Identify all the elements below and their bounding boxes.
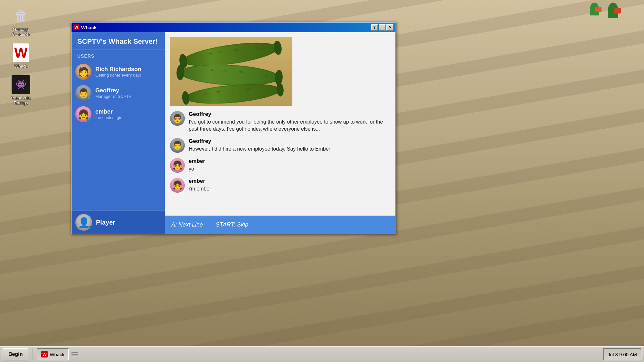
msg-author-4: ember bbox=[189, 178, 390, 184]
user-avatar-ember: 👧 bbox=[75, 106, 91, 122]
msg-avatar-ember-2: 👧 bbox=[170, 178, 185, 193]
msg-author-2: Geoffrey bbox=[189, 138, 390, 144]
ember-info: ember the coolest girl bbox=[95, 108, 161, 120]
trash-emoji: 🗑 bbox=[14, 8, 28, 24]
window-body: SCPTV's Whack Server! USERS 🧑 Rich Richa… bbox=[71, 32, 395, 234]
chat-message-4: 👧 ember i'm ember bbox=[170, 178, 390, 193]
rambicule-icon-desktop[interactable]: 👾 Rambicule Ratings bbox=[6, 75, 35, 105]
player-area: 👤 Player bbox=[71, 210, 165, 234]
taskbar-app-whack[interactable]: W Whack bbox=[37, 348, 69, 360]
chat-messages: 👨 Geoffrey I've got to commend you for b… bbox=[165, 32, 395, 216]
geoffrey-name: Geoffrey bbox=[95, 87, 161, 94]
geoffrey-status-dot bbox=[87, 97, 91, 101]
help-button[interactable]: ? bbox=[371, 24, 378, 31]
window-titlebar: W Whack ? _ ✕ bbox=[71, 23, 395, 32]
msg-avatar-geoffrey-emoji-2: 👨 bbox=[172, 140, 183, 150]
rambicule-icon-img: 👾 bbox=[11, 75, 31, 94]
msg-avatar-ember-1: 👧 bbox=[170, 158, 185, 173]
taskbar-time-text: Jul 3 9:00 AM bbox=[608, 352, 637, 357]
taskbar-whack-icon: W bbox=[41, 351, 48, 357]
msg-avatar-geoffrey-1: 👨 bbox=[170, 111, 185, 126]
user-avatar-rich: 🧑 bbox=[75, 64, 91, 80]
player-name: Player bbox=[96, 219, 115, 226]
whack-window: W Whack ? _ ✕ SCPTV's Whack Server! USER… bbox=[71, 22, 396, 234]
desktop-icons: 🗑 Garbage Container W Whack 👾 Rambicule … bbox=[6, 6, 35, 105]
msg-text-3: yo bbox=[189, 165, 390, 172]
rich-status: Getting richer every day! bbox=[95, 73, 161, 78]
action-bar: A: Next Line START: Skip bbox=[165, 216, 395, 234]
trash-icon-img: 🗑 bbox=[11, 6, 31, 26]
geoffrey-status: Manager of SCPTV bbox=[95, 94, 161, 99]
whack-label: Whack bbox=[14, 64, 27, 69]
plant-pot-2 bbox=[595, 7, 601, 12]
trash-label: Garbage Container bbox=[6, 27, 35, 37]
trash-icon-desktop[interactable]: 🗑 Garbage Container bbox=[6, 6, 35, 37]
user-list: 🧑 Rich Richardson Getting richer every d… bbox=[71, 61, 165, 210]
msg-content-1: Geoffrey I've got to commend you for bei… bbox=[189, 111, 390, 133]
ember-avatar-emoji: 👧 bbox=[78, 109, 89, 120]
chat-area: 👨 Geoffrey I've got to commend you for b… bbox=[165, 32, 395, 234]
user-item-geoffrey[interactable]: 👨 Geoffrey Manager of SCPTV bbox=[71, 82, 165, 104]
msg-content-2: Geoffrey However, I did hire a new emplo… bbox=[189, 138, 390, 153]
taskbar-lines bbox=[71, 352, 78, 356]
chat-message-3: 👧 ember yo bbox=[170, 158, 390, 173]
user-item-rich[interactable]: 🧑 Rich Richardson Getting richer every d… bbox=[71, 61, 165, 82]
window-title: Whack bbox=[81, 25, 369, 30]
action-next-line: A: Next Line bbox=[171, 221, 203, 228]
rambicule-label: Rambicule Ratings bbox=[6, 96, 35, 105]
plant-pot bbox=[614, 8, 621, 14]
users-label: USERS bbox=[71, 50, 165, 61]
msg-avatar-geoffrey-emoji-1: 👨 bbox=[172, 114, 183, 124]
rich-avatar-emoji: 🧑 bbox=[78, 67, 89, 77]
window-controls: ? _ ✕ bbox=[371, 24, 393, 31]
desktop: 🗑 Garbage Container W Whack 👾 Rambicule … bbox=[0, 0, 644, 362]
msg-author-1: Geoffrey bbox=[189, 111, 390, 117]
msg-avatar-geoffrey-2: 👨 bbox=[170, 138, 185, 153]
close-button[interactable]: ✕ bbox=[386, 24, 393, 31]
window-icon: W bbox=[73, 24, 79, 30]
sidebar: SCPTV's Whack Server! USERS 🧑 Rich Richa… bbox=[71, 32, 165, 234]
start-button[interactable]: Begin bbox=[3, 348, 28, 360]
msg-avatar-ember-emoji-1: 👧 bbox=[172, 160, 183, 170]
whack-icon-bg: W bbox=[13, 43, 29, 62]
pickle-image-area bbox=[170, 35, 390, 111]
rich-info: Rich Richardson Getting richer every day… bbox=[95, 66, 161, 78]
ember-name: ember bbox=[95, 108, 161, 115]
taskbar-app-label: Whack bbox=[50, 352, 64, 357]
server-name: SCPTV's Whack Server! bbox=[71, 32, 165, 50]
geoffrey-avatar-emoji: 👨 bbox=[78, 88, 89, 98]
msg-content-4: ember i'm ember bbox=[189, 178, 390, 192]
msg-text-1: I've got to commend you for being the on… bbox=[189, 118, 390, 133]
msg-text-4: i'm ember bbox=[189, 185, 390, 192]
whack-icon-img: W bbox=[11, 43, 31, 62]
rambicule-icon-bg: 👾 bbox=[12, 75, 30, 94]
pickle-image bbox=[170, 37, 292, 106]
minimize-button[interactable]: _ bbox=[379, 24, 386, 31]
msg-avatar-ember-emoji-2: 👧 bbox=[172, 180, 183, 190]
msg-author-3: ember bbox=[189, 158, 390, 164]
rich-name: Rich Richardson bbox=[95, 66, 161, 73]
rich-status-dot bbox=[87, 75, 91, 79]
msg-content-3: ember yo bbox=[189, 158, 390, 172]
player-emoji: 👤 bbox=[78, 217, 90, 228]
chat-message-2: 👨 Geoffrey However, I did hire a new emp… bbox=[170, 138, 390, 153]
geoffrey-info: Geoffrey Manager of SCPTV bbox=[95, 87, 161, 99]
user-avatar-geoffrey: 👨 bbox=[75, 85, 91, 101]
user-item-ember[interactable]: 👧 ember the coolest girl bbox=[71, 104, 165, 125]
player-avatar: 👤 bbox=[75, 214, 92, 231]
rambicule-emoji: 👾 bbox=[15, 79, 27, 90]
taskbar-clock: Jul 3 9:00 AM bbox=[603, 348, 641, 360]
player-status-dot bbox=[88, 226, 92, 230]
taskbar-divider bbox=[32, 348, 33, 360]
ember-status: the coolest girl bbox=[95, 115, 161, 120]
taskbar: Begin W Whack Jul 3 9:00 AM bbox=[0, 346, 644, 362]
msg-text-2: However, I did hire a new employee today… bbox=[189, 145, 390, 153]
whack-w-letter: W bbox=[14, 45, 28, 60]
ember-status-dot bbox=[87, 118, 91, 122]
action-skip: START: Skip bbox=[216, 221, 248, 228]
whack-icon-desktop[interactable]: W Whack bbox=[6, 43, 35, 69]
chat-message-1: 👨 Geoffrey I've got to commend you for b… bbox=[170, 111, 390, 133]
